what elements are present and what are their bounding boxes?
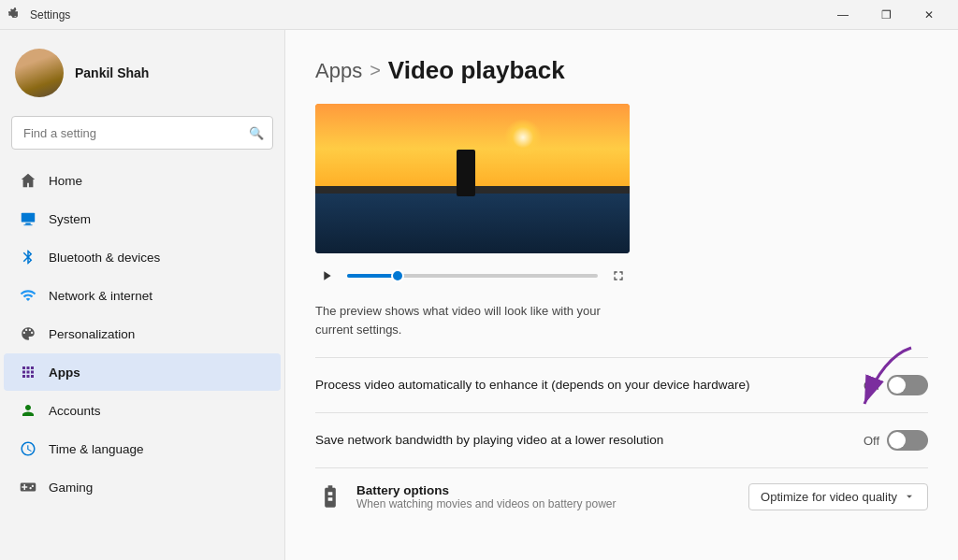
process-video-state: Off xyxy=(864,379,879,393)
content-area: Apps > Video playback xyxy=(285,30,958,560)
minimize-button[interactable]: — xyxy=(821,0,864,30)
nav-list: Home System Bluetooth & devices Network … xyxy=(0,157,284,560)
battery-options-row: Battery options When watching movies and… xyxy=(315,468,928,524)
toggle-thumb xyxy=(889,377,906,394)
sidebar-item-personalization-label: Personalization xyxy=(49,327,135,341)
breadcrumb-separator: > xyxy=(370,60,381,81)
sidebar-item-home-label: Home xyxy=(49,174,82,188)
setting-label-network-bandwidth: Save network bandwidth by playing video … xyxy=(315,432,663,450)
sidebar-item-system-label: System xyxy=(49,212,91,226)
expand-button[interactable] xyxy=(607,265,630,287)
breadcrumb-parent[interactable]: Apps xyxy=(315,59,362,83)
search-box: 🔍 xyxy=(11,116,273,150)
network-bandwidth-toggle[interactable] xyxy=(887,430,928,451)
video-preview xyxy=(315,104,630,253)
video-controls xyxy=(315,265,630,287)
avatar-image xyxy=(15,49,64,97)
sidebar-item-network[interactable]: Network & internet xyxy=(4,277,281,314)
sidebar-item-accounts-label: Accounts xyxy=(49,404,101,418)
search-icon: 🔍 xyxy=(249,126,264,140)
setting-row-network-bandwidth: Save network bandwidth by playing video … xyxy=(315,413,928,468)
network-icon xyxy=(19,286,37,305)
process-video-toggle[interactable] xyxy=(887,375,928,395)
video-scene xyxy=(315,104,630,253)
sidebar-item-home[interactable]: Home xyxy=(4,162,281,199)
sidebar-item-time[interactable]: Time & language xyxy=(4,430,281,467)
accounts-icon xyxy=(19,401,37,420)
breadcrumb: Apps > Video playback xyxy=(315,56,928,85)
breadcrumb-current: Video playback xyxy=(388,56,565,85)
sidebar-item-gaming[interactable]: Gaming xyxy=(4,468,281,506)
sidebar: Pankil Shah 🔍 Home System xyxy=(0,30,285,560)
profile-name: Pankil Shah xyxy=(75,65,149,80)
personalization-icon xyxy=(19,324,37,343)
battery-left: Battery options When watching movies and… xyxy=(315,481,616,511)
svg-rect-1 xyxy=(25,223,30,225)
time-icon xyxy=(19,439,37,458)
battery-text: Battery options When watching movies and… xyxy=(356,483,616,510)
profile-section: Pankil Shah xyxy=(0,30,284,112)
sun-element xyxy=(504,119,542,156)
setting-right-network-bandwidth: Off xyxy=(864,430,928,451)
title-bar-title: Settings xyxy=(30,8,70,22)
sidebar-item-time-label: Time & language xyxy=(49,442,144,456)
title-bar: Settings — ❐ ✕ xyxy=(0,0,958,30)
progress-track[interactable] xyxy=(347,274,598,278)
progress-fill xyxy=(347,274,398,278)
content-wrapper: Apps > Video playback xyxy=(285,30,958,560)
apps-icon xyxy=(19,363,37,381)
sidebar-item-system[interactable]: System xyxy=(4,200,281,237)
battery-title: Battery options xyxy=(356,483,616,497)
sidebar-item-apps-label: Apps xyxy=(49,366,80,380)
sidebar-item-bluetooth[interactable]: Bluetooth & devices xyxy=(4,238,281,276)
sidebar-item-network-label: Network & internet xyxy=(49,289,152,303)
system-icon xyxy=(19,209,37,228)
settings-list: Process video automatically to enhance i… xyxy=(315,357,928,524)
setting-label-process-video: Process video automatically to enhance i… xyxy=(315,377,750,395)
title-bar-left: Settings xyxy=(7,7,70,22)
setting-right-process-video: Off xyxy=(864,375,928,395)
preview-description: The preview shows what video will look l… xyxy=(315,302,633,338)
sidebar-item-personalization[interactable]: Personalization xyxy=(4,315,281,352)
svg-rect-0 xyxy=(22,213,35,223)
main-layout: Pankil Shah 🔍 Home System xyxy=(0,30,958,560)
battery-select-label: Optimize for video quality xyxy=(761,490,897,504)
maximize-button[interactable]: ❐ xyxy=(864,0,907,30)
battery-icon xyxy=(315,481,345,511)
battery-select[interactable]: Optimize for video quality xyxy=(748,483,928,510)
sidebar-item-bluetooth-label: Bluetooth & devices xyxy=(49,251,160,265)
gaming-icon xyxy=(19,478,37,496)
network-bandwidth-state: Off xyxy=(864,434,879,448)
settings-app-icon xyxy=(7,7,22,22)
close-button[interactable]: ✕ xyxy=(907,0,951,30)
sidebar-item-apps[interactable]: Apps xyxy=(4,353,281,391)
svg-rect-2 xyxy=(24,224,33,225)
avatar xyxy=(15,49,64,97)
toggle-thumb-2 xyxy=(889,432,906,449)
battery-subtitle: When watching movies and videos on batte… xyxy=(356,497,616,510)
setting-row-process-video: Process video automatically to enhance i… xyxy=(315,358,928,413)
sidebar-item-accounts[interactable]: Accounts xyxy=(4,392,281,429)
title-bar-controls: — ❐ ✕ xyxy=(821,0,951,30)
person-silhouette xyxy=(457,150,475,196)
home-icon xyxy=(19,171,37,190)
sidebar-item-gaming-label: Gaming xyxy=(49,481,93,495)
search-input[interactable] xyxy=(11,116,273,150)
progress-thumb xyxy=(391,269,404,282)
play-button[interactable] xyxy=(315,265,338,287)
bluetooth-icon xyxy=(19,248,37,266)
